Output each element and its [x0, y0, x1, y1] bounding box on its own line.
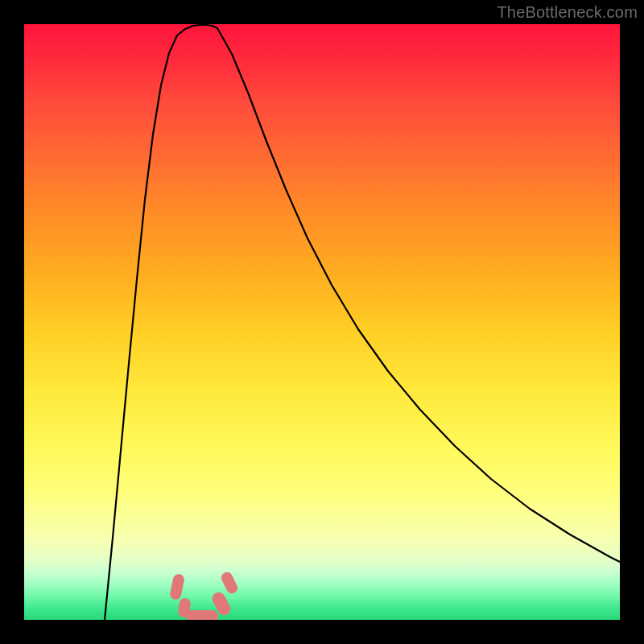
plot-frame [24, 24, 620, 620]
curve-path [105, 25, 620, 620]
bottleneck-curve [24, 24, 620, 620]
watermark-text: TheBottleneck.com [497, 3, 638, 22]
marker-floor [186, 610, 218, 621]
